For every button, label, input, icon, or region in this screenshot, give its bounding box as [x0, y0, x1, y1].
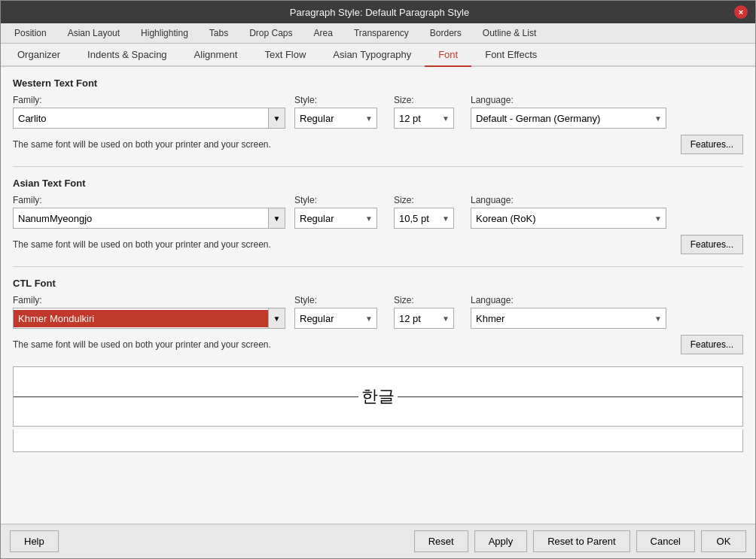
western-language-group: Language: Default - German (Germany) Eng…	[471, 95, 743, 129]
reset-button[interactable]: Reset	[414, 530, 468, 552]
ctl-family-label: Family:	[13, 295, 285, 305]
asian-family-input-wrapper[interactable]: ▼	[13, 208, 285, 229]
reset-to-parent-button[interactable]: Reset to Parent	[533, 530, 629, 552]
western-family-label: Family:	[13, 95, 285, 105]
asian-style-label: Style:	[294, 195, 385, 205]
ctl-size-label: Size:	[394, 295, 462, 305]
ctl-style-select[interactable]: Regular Bold	[294, 308, 377, 329]
western-style-group: Style: Regular Italic Bold Bold Italic ▼	[294, 95, 385, 129]
help-button[interactable]: Help	[10, 530, 59, 552]
tab-text-flow[interactable]: Text Flow	[251, 44, 319, 65]
asian-info-text: The same font will be used on both your …	[13, 239, 271, 250]
tab-top-outline-list[interactable]: Outline & List	[472, 23, 547, 43]
ctl-language-select[interactable]: Khmer Arabic	[471, 308, 666, 329]
footer-left: Help	[10, 530, 59, 552]
ok-button[interactable]: OK	[701, 530, 746, 552]
apply-button[interactable]: Apply	[474, 530, 528, 552]
asian-family-dropdown-btn[interactable]: ▼	[268, 208, 285, 228]
asian-language-wrapper[interactable]: Korean (RoK) Japanese ▼	[471, 208, 666, 229]
western-size-select[interactable]: 12 pt 10 pt 14 pt	[394, 108, 454, 129]
ctl-language-group: Language: Khmer Arabic ▼	[471, 295, 743, 329]
ctl-size-group: Size: 12 pt 10 pt ▼	[394, 295, 462, 329]
footer-right: Reset Apply Reset to Parent Cancel OK	[414, 530, 746, 552]
ctl-field-row: Family: ▼ Style: Regular Bold ▼ Size:	[13, 295, 743, 329]
tab-top-borders[interactable]: Borders	[419, 23, 472, 43]
western-info-text: The same font will be used on both your …	[13, 139, 271, 150]
content-area: Western Text Font Family: ▼ Style: Regul…	[1, 67, 755, 524]
western-family-input-wrapper[interactable]: ▼	[13, 108, 285, 129]
tab-indents-spacing[interactable]: Indents & Spacing	[74, 44, 181, 65]
ctl-info-text: The same font will be used on both your …	[13, 339, 271, 350]
ctl-family-input-wrapper[interactable]: ▼	[13, 308, 285, 329]
tab-top-position[interactable]: Position	[4, 23, 57, 43]
bottom-tab-bar: Organizer Indents & Spacing Alignment Te…	[1, 44, 755, 67]
tab-top-area[interactable]: Area	[303, 23, 343, 43]
ctl-family-group: Family: ▼	[13, 295, 285, 329]
western-info-row: The same font will be used on both your …	[13, 135, 743, 154]
ctl-size-wrapper[interactable]: 12 pt 10 pt ▼	[394, 308, 454, 329]
separator-2	[13, 266, 743, 267]
asian-style-select[interactable]: Regular Bold	[294, 208, 377, 229]
cancel-button[interactable]: Cancel	[636, 530, 695, 552]
western-features-button[interactable]: Features...	[681, 135, 743, 154]
tab-organizer[interactable]: Organizer	[4, 44, 74, 65]
ctl-style-wrapper[interactable]: Regular Bold ▼	[294, 308, 377, 329]
tab-top-drop-caps[interactable]: Drop Caps	[239, 23, 303, 43]
asian-section-title: Asian Text Font	[13, 178, 743, 189]
western-size-group: Size: 12 pt 10 pt 14 pt ▼	[394, 95, 462, 129]
asian-language-group: Language: Korean (RoK) Japanese ▼	[471, 195, 743, 229]
asian-info-row: The same font will be used on both your …	[13, 235, 743, 254]
tab-alignment[interactable]: Alignment	[181, 44, 251, 65]
dialog: Paragraph Style: Default Paragraph Style…	[0, 0, 756, 559]
asian-language-label: Language:	[471, 195, 743, 205]
ctl-family-dropdown-btn[interactable]: ▼	[268, 308, 285, 328]
asian-language-select[interactable]: Korean (RoK) Japanese	[471, 208, 666, 229]
western-size-wrapper[interactable]: 12 pt 10 pt 14 pt ▼	[394, 108, 454, 129]
close-button[interactable]: ×	[734, 5, 748, 19]
western-style-select[interactable]: Regular Italic Bold Bold Italic	[294, 108, 377, 129]
ctl-size-select[interactable]: 12 pt 10 pt	[394, 308, 454, 329]
western-section-title: Western Text Font	[13, 77, 743, 89]
ctl-language-wrapper[interactable]: Khmer Arabic ▼	[471, 308, 666, 329]
tab-top-asian-layout[interactable]: Asian Layout	[57, 23, 130, 43]
tab-top-tabs[interactable]: Tabs	[199, 23, 239, 43]
western-language-wrapper[interactable]: Default - German (Germany) English (USA)…	[471, 108, 666, 129]
tab-font[interactable]: Font	[425, 44, 471, 67]
western-style-label: Style:	[294, 95, 385, 105]
separator-1	[13, 166, 743, 167]
asian-size-label: Size:	[394, 195, 462, 205]
title-bar: Paragraph Style: Default Paragraph Style…	[1, 1, 755, 23]
western-language-select[interactable]: Default - German (Germany) English (USA)	[471, 108, 666, 129]
top-tab-bar: Position Asian Layout Highlighting Tabs …	[1, 23, 755, 44]
ctl-section-title: CTL Font	[13, 278, 743, 289]
asian-family-label: Family:	[13, 195, 285, 205]
western-language-label: Language:	[471, 95, 743, 105]
dialog-title: Paragraph Style: Default Paragraph Style	[25, 7, 734, 18]
asian-size-select[interactable]: 10,5 pt 12 pt	[394, 208, 454, 229]
asian-features-button[interactable]: Features...	[681, 235, 743, 254]
western-family-group: Family: ▼	[13, 95, 285, 129]
tab-asian-typography[interactable]: Asian Typography	[319, 44, 425, 65]
preview-area: 한글	[13, 366, 743, 427]
asian-family-input[interactable]	[14, 210, 268, 227]
tab-top-transparency[interactable]: Transparency	[343, 23, 419, 43]
tab-top-highlighting[interactable]: Highlighting	[130, 23, 199, 43]
western-style-wrapper[interactable]: Regular Italic Bold Bold Italic ▼	[294, 108, 377, 129]
ctl-family-input[interactable]	[14, 310, 268, 327]
tab-font-effects[interactable]: Font Effects	[471, 44, 550, 65]
ctl-style-group: Style: Regular Bold ▼	[294, 295, 385, 329]
preview-text: 한글	[358, 385, 398, 408]
asian-style-wrapper[interactable]: Regular Bold ▼	[294, 208, 377, 229]
ctl-info-row: The same font will be used on both your …	[13, 335, 743, 354]
ctl-features-button[interactable]: Features...	[681, 335, 743, 354]
western-family-dropdown-btn[interactable]: ▼	[268, 108, 285, 128]
western-family-input[interactable]	[14, 110, 268, 127]
preview-bottom	[13, 430, 743, 452]
asian-size-wrapper[interactable]: 10,5 pt 12 pt ▼	[394, 208, 454, 229]
asian-field-row: Family: ▼ Style: Regular Bold ▼ Size:	[13, 195, 743, 229]
asian-family-group: Family: ▼	[13, 195, 285, 229]
footer: Help Reset Apply Reset to Parent Cancel …	[1, 524, 755, 558]
ctl-language-label: Language:	[471, 295, 743, 305]
asian-style-group: Style: Regular Bold ▼	[294, 195, 385, 229]
western-field-row: Family: ▼ Style: Regular Italic Bold Bol…	[13, 95, 743, 129]
